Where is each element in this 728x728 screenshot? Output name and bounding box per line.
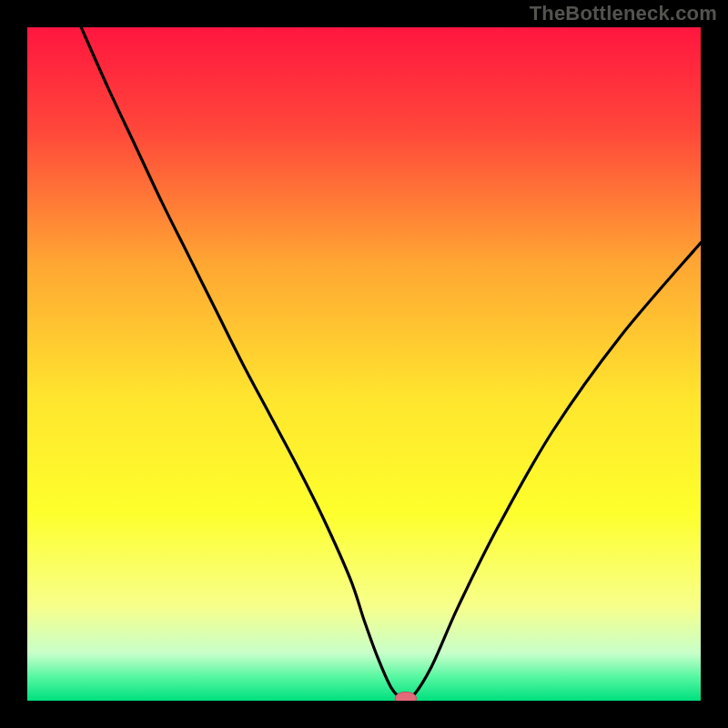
optimal-marker [395, 692, 417, 701]
bottleneck-chart [27, 27, 701, 701]
chart-container: TheBottleneck.com [0, 0, 728, 728]
plot-area [27, 27, 701, 701]
watermark: TheBottleneck.com [530, 2, 717, 25]
